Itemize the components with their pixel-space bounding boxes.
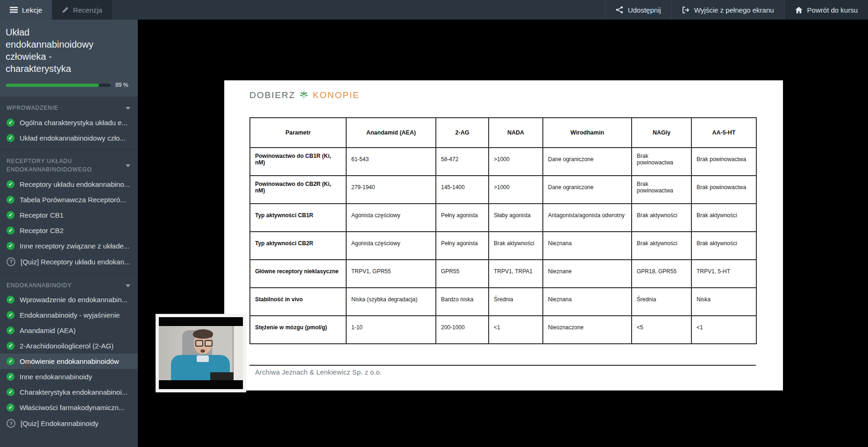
check-circle-icon: ✓ (7, 227, 14, 234)
share-button[interactable]: Udostępnij (605, 0, 671, 20)
table-header-row: ParametrAnandamid (AEA)2-AGNADAWirodhami… (250, 118, 756, 148)
exit-fullscreen-icon (682, 7, 690, 14)
table-cell: >1000 (489, 176, 543, 204)
table-cell: 58-472 (436, 148, 489, 176)
comparison-table: ParametrAnandamid (AEA)2-AGNADAWirodhami… (249, 117, 757, 344)
table-cell: Agonista częściowy (346, 232, 436, 260)
table-cell: Pełny agonista (436, 232, 489, 260)
pencil-icon (62, 7, 69, 14)
sidebar-item[interactable]: ✓Anandamid (AEA) (0, 323, 138, 338)
slide-footer-text: Archiwa Jeznach & Lenkiewicz Sp. z o.o. (255, 369, 382, 376)
sidebar-item[interactable]: ✓Tabela Porównawcza Receptoró... (0, 192, 138, 207)
sidebar-item[interactable]: ✓Receptor CB2 (0, 223, 138, 238)
table-cell: Nieznana (543, 232, 632, 260)
table-cell: Nieznana (543, 288, 632, 316)
table-cell: Dane ograniczone (543, 176, 632, 204)
lesson-title: Receptory układu endokannabino... (20, 180, 130, 188)
topbar: LekcjeRecenzja UdostępnijWyjście z pełne… (0, 0, 868, 20)
chevron-down-icon (126, 284, 130, 287)
check-circle-icon: ✓ (7, 357, 14, 365)
desk-shape (210, 372, 234, 380)
lesson-title: Receptor CB2 (20, 227, 64, 234)
section-title: RECEPTORY UKŁADU ENDOKANNABINOIDOWEGO (7, 157, 119, 174)
progress-bar-fill (6, 84, 99, 87)
sidebar-section: RECEPTORY UKŁADU ENDOKANNABINOIDOWEGO✓Re… (0, 149, 138, 274)
row-header-cell: Stabilność in vivo (250, 288, 346, 316)
table-row: Stężenie w mózgu (pmol/g)1-10200-1000<1N… (250, 316, 756, 344)
sidebar-item[interactable]: ?[Quiz] Receptory układu endokan... (0, 254, 138, 270)
presenter-webcam[interactable] (156, 314, 246, 392)
table-cell: Brak powinowactwa (632, 148, 691, 176)
column-header: 2-AG (436, 118, 489, 148)
lesson-list: WPROWADZENIE✓Ogólna charakterystyka ukła… (0, 97, 138, 435)
sidebar-item[interactable]: ✓Inne receptory związane z układe... (0, 238, 138, 254)
check-circle-icon: ✓ (7, 373, 14, 381)
lesson-title: Inne endokannabinoidy (20, 373, 92, 381)
sidebar-item[interactable]: ✓Inne endokannabinoidy (0, 369, 138, 384)
sidebar-item[interactable]: ✓Charakterystyka endokannabinoi... (0, 384, 138, 400)
column-header: NADA (489, 118, 543, 148)
section-header[interactable]: ENDOKANNABINOIDY (0, 277, 138, 292)
table-cell: TRPV1, TRPA1 (489, 260, 543, 288)
table-cell: >1000 (489, 148, 543, 176)
table-row: Powinowactwo do CB2R (Ki, nM)279-1940145… (250, 176, 756, 204)
row-header-cell: Główne receptory nieklasyczne (250, 260, 346, 288)
sidebar-item[interactable]: ✓2-Arachidonoiloglicerol (2-AG) (0, 338, 138, 354)
check-circle-icon: ✓ (7, 134, 14, 142)
row-header-cell: Powinowactwo do CB1R (Ki, nM) (250, 148, 346, 176)
sidebar-item[interactable]: ✓Endokannabinoidy - wyjaśnienie (0, 307, 138, 323)
presenter-hair-shape (193, 329, 213, 339)
tab-recenzja[interactable]: Recenzja (52, 0, 112, 20)
lesson-title: Charakterystyka endokannabinoi... (20, 388, 128, 396)
table-cell: GPR55 (436, 260, 489, 288)
table-cell: Słaby agonista (489, 204, 543, 232)
sidebar-item[interactable]: ✓Omówienie endokannabinoidów (0, 354, 138, 369)
progress-bar (6, 84, 111, 87)
sidebar-item[interactable]: ✓Ogólna charakterystyka układu e... (0, 115, 138, 130)
table-cell: 145-1400 (436, 176, 489, 204)
chevron-down-icon (126, 164, 130, 167)
table-cell: Dane ograniczone (543, 148, 632, 176)
check-circle-icon: ✓ (7, 311, 14, 319)
table-cell: Średnia (632, 288, 691, 316)
tab-lekcje[interactable]: Lekcje (0, 0, 52, 20)
course-progress: 89 % (6, 82, 132, 88)
presenter-glasses-shape (195, 340, 213, 347)
section-header[interactable]: RECEPTORY UKŁADU ENDOKANNABINOIDOWEGO (0, 152, 138, 177)
check-circle-icon: ✓ (7, 404, 14, 412)
column-header: Wirodhamin (543, 118, 632, 148)
table-cell: Brak aktywności (489, 232, 543, 260)
sidebar-item[interactable]: ✓Receptory układu endokannabino... (0, 177, 138, 192)
table-cell: Średnia (489, 288, 543, 316)
background-window-shape (233, 326, 243, 380)
exit-fullscreen-button[interactable]: Wyjście z pełnego ekranu (671, 0, 784, 20)
table-cell: 200-1000 (436, 316, 489, 344)
chevron-down-icon (126, 107, 130, 110)
sidebar-item[interactable]: ✓Receptor CB1 (0, 207, 138, 223)
tab-label: Lekcje (22, 6, 42, 14)
sidebar-item[interactable]: ✓Wprowadzenie do endokannabin... (0, 292, 138, 307)
table-row: Typ aktywności CB2RAgonista częściowyPeł… (250, 232, 756, 260)
table-cell: Brak powinowactwa (691, 176, 756, 204)
table-cell: Brak aktywności (691, 232, 756, 260)
sidebar-item[interactable]: ?[Quiz] Endokannabinoidy (0, 415, 138, 432)
lesson-title: Anandamid (AEA) (20, 326, 76, 334)
table-cell: <1 (691, 316, 756, 344)
back-to-course-button[interactable]: Powrót do kursu (784, 0, 868, 20)
check-circle-icon: ✓ (7, 196, 14, 204)
check-circle-icon: ✓ (7, 342, 14, 350)
content-area: DOBIERZ KONOPIE ParametrAnandamid (AEA (138, 20, 868, 447)
table-cell: Brak aktywności (632, 204, 691, 232)
table-cell: <5 (632, 316, 691, 344)
section-header[interactable]: WPROWADZENIE (0, 99, 138, 115)
row-header-cell: Typ aktywności CB1R (250, 204, 346, 232)
column-header-parametr: Parametr (250, 118, 346, 148)
presenter-mouth-shape (200, 349, 205, 353)
column-header: AA-5-HT (691, 118, 756, 148)
topbar-tabs: LekcjeRecenzja (0, 0, 112, 20)
sidebar-item[interactable]: ✓Właściwości farmakodynamiczn... (0, 400, 138, 415)
sidebar-section: WPROWADZENIE✓Ogólna charakterystyka ukła… (0, 97, 138, 149)
table-row: Stabilność in vivoNiska (szybka degradac… (250, 288, 756, 316)
sidebar-item[interactable]: ✓Układ endokannabinoidowy czło... (0, 130, 138, 146)
lesson-title: Receptor CB1 (20, 211, 64, 219)
